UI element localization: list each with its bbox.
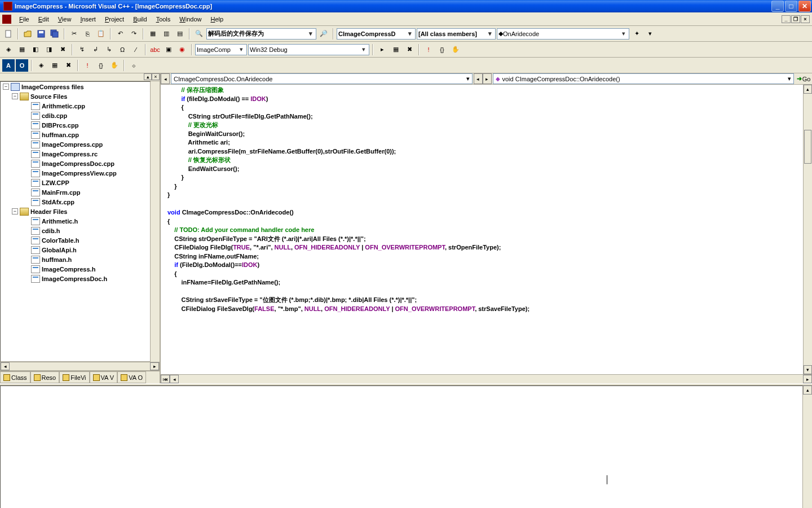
- tree-node[interactable]: ImageCompressDoc.cpp: [1, 159, 150, 168]
- mdi-restore[interactable]: ❐: [791, 15, 800, 23]
- tree-node[interactable]: ImageCompressDoc.h: [1, 274, 150, 283]
- vscroll-down-icon[interactable]: ▾: [804, 365, 812, 374]
- scope-combo[interactable]: CImageCompressDoc.OnAridecode▾: [171, 73, 473, 84]
- find-combo[interactable]: 解码后的文件保存为▾: [206, 28, 316, 40]
- tb2-btn7[interactable]: ↲: [89, 43, 102, 56]
- tb2-btn8[interactable]: ↳: [103, 43, 115, 56]
- tree-node[interactable]: ImageCompressView.cpp: [1, 168, 150, 178]
- tree-node[interactable]: huffman.cpp: [1, 130, 150, 139]
- maximize-button[interactable]: □: [785, 1, 797, 12]
- tree-node[interactable]: −Source Files: [1, 91, 150, 101]
- tb2-btn4[interactable]: ◨: [43, 43, 55, 56]
- menu-help[interactable]: Help: [206, 15, 228, 24]
- function-combo[interactable]: ◆OnAridecode▾: [497, 28, 629, 40]
- hscroll-far-left[interactable]: ⏮: [161, 375, 170, 383]
- open-button[interactable]: [21, 28, 34, 40]
- tree-node[interactable]: ImageCompress.h: [1, 264, 150, 274]
- members-combo[interactable]: [All class members]▾: [417, 28, 496, 40]
- paste-button[interactable]: 📋: [95, 28, 107, 40]
- output-text[interactable]: [0, 386, 803, 508]
- project-combo[interactable]: ImageComp▾: [195, 44, 247, 55]
- hscroll-right-icon[interactable]: ▸: [803, 375, 812, 383]
- tree-node[interactable]: GlobalApi.h: [1, 245, 150, 255]
- tree-hscroll[interactable]: ◂ ▸: [0, 362, 160, 371]
- workspace-tab[interactable]: Reso: [30, 371, 60, 383]
- build-button[interactable]: ▦: [16, 43, 28, 56]
- tb3-btn1[interactable]: ◈: [35, 59, 47, 72]
- function-nav-combo[interactable]: ◆void CImageCompressDoc::OnAridecode()▾: [493, 73, 795, 84]
- tree-node[interactable]: Arithmetic.h: [1, 216, 150, 226]
- output-button[interactable]: ▥: [160, 28, 173, 40]
- tb2-btn12[interactable]: ▣: [162, 43, 175, 56]
- tree-vscroll[interactable]: [151, 81, 160, 362]
- nav-prev[interactable]: ◂: [474, 73, 483, 84]
- cut-button[interactable]: ✂: [68, 28, 80, 40]
- nav-back-icon[interactable]: ◂: [161, 73, 170, 84]
- tb3-btn4[interactable]: !: [81, 59, 94, 72]
- tb3-a[interactable]: A: [2, 59, 15, 72]
- menu-tools[interactable]: Tools: [152, 15, 175, 24]
- workspace-tab[interactable]: VA V: [90, 371, 118, 383]
- tb2-btn9[interactable]: Ω: [116, 43, 129, 56]
- code-editor[interactable]: // 保存压缩图象 if (fileDlg.DoModal() == IDOK)…: [161, 85, 803, 374]
- step-over-button[interactable]: ✋: [449, 43, 462, 56]
- find-button[interactable]: 🔎: [317, 28, 330, 40]
- save-button[interactable]: [35, 28, 47, 40]
- out-vscroll-up[interactable]: ▴: [803, 386, 812, 395]
- close-button[interactable]: ✕: [798, 1, 811, 12]
- tree-node[interactable]: ColorTable.h: [1, 235, 150, 245]
- tb3-btn7[interactable]: ⟐: [127, 59, 140, 72]
- workspace-tab[interactable]: FileVi: [59, 371, 89, 383]
- tree-node[interactable]: cdib.h: [1, 226, 150, 235]
- workspace-close-button[interactable]: ×: [152, 73, 160, 80]
- workspace-dock-button[interactable]: ▴: [144, 73, 152, 80]
- menu-edit[interactable]: Edit: [34, 15, 54, 24]
- tree-node[interactable]: cdib.cpp: [1, 111, 150, 120]
- workspace-tab[interactable]: VA O: [117, 371, 146, 383]
- tb2-btn6[interactable]: ↯: [76, 43, 88, 56]
- hscroll-left-icon[interactable]: ◂: [170, 375, 179, 383]
- execute-button[interactable]: ▸: [376, 43, 389, 56]
- stop-build-button[interactable]: ✖: [56, 43, 69, 56]
- tree-hscroll-right[interactable]: ▸: [150, 362, 159, 370]
- menu-project[interactable]: Project: [100, 15, 129, 24]
- copy-button[interactable]: ⎘: [81, 28, 94, 40]
- minimize-button[interactable]: _: [771, 1, 784, 12]
- mdi-close[interactable]: ×: [801, 15, 810, 23]
- vscroll-up-icon[interactable]: ▴: [804, 85, 812, 94]
- tree-node[interactable]: StdAfx.cpp: [1, 197, 150, 207]
- step-into-button[interactable]: {}: [436, 43, 448, 56]
- editor-hscroll[interactable]: ⏮ ◂ ▸: [161, 374, 812, 383]
- windows-button[interactable]: ▤: [174, 28, 186, 40]
- tree-node[interactable]: Arithmetic.cpp: [1, 101, 150, 111]
- config-combo[interactable]: Win32 Debug▾: [248, 44, 369, 55]
- tree-node[interactable]: MainFrm.cpp: [1, 187, 150, 197]
- tree-node[interactable]: −Header Files: [1, 207, 150, 216]
- tb3-btn5[interactable]: {}: [95, 59, 107, 72]
- new-button[interactable]: [2, 28, 15, 40]
- undo-button[interactable]: ↶: [114, 28, 126, 40]
- class-combo[interactable]: CImageCompressD▾: [337, 28, 416, 40]
- wizard-button[interactable]: ✦: [630, 28, 643, 40]
- redo-button[interactable]: ↷: [127, 28, 140, 40]
- tree-node[interactable]: −ImageCompress files: [1, 82, 150, 91]
- menu-insert[interactable]: Insert: [76, 15, 100, 24]
- tree-node[interactable]: DIBPrcs.cpp: [1, 120, 150, 130]
- breakpoint-button[interactable]: !: [422, 43, 435, 56]
- dropdown-button[interactable]: ▾: [644, 28, 656, 40]
- tree-node[interactable]: huffman.h: [1, 255, 150, 264]
- menu-window[interactable]: Window: [175, 15, 206, 24]
- tree-node[interactable]: LZW.CPP: [1, 178, 150, 187]
- tree-node[interactable]: ImageCompress.cpp: [1, 139, 150, 149]
- output-vscroll[interactable]: ▴: [803, 386, 812, 508]
- tree-node[interactable]: ImageCompress.rc: [1, 149, 150, 159]
- tb2-btn10[interactable]: ∕: [130, 43, 142, 56]
- menu-view[interactable]: View: [54, 15, 76, 24]
- tb3-btn2[interactable]: ▦: [48, 59, 61, 72]
- file-tree[interactable]: −ImageCompress files−Source FilesArithme…: [0, 81, 151, 362]
- tb2-btn11[interactable]: abc: [149, 43, 161, 56]
- tb3-btn3[interactable]: ✖: [62, 59, 74, 72]
- go-button[interactable]: ▦: [390, 43, 402, 56]
- nav-next[interactable]: ▸: [483, 73, 492, 84]
- tree-hscroll-left[interactable]: ◂: [1, 362, 10, 370]
